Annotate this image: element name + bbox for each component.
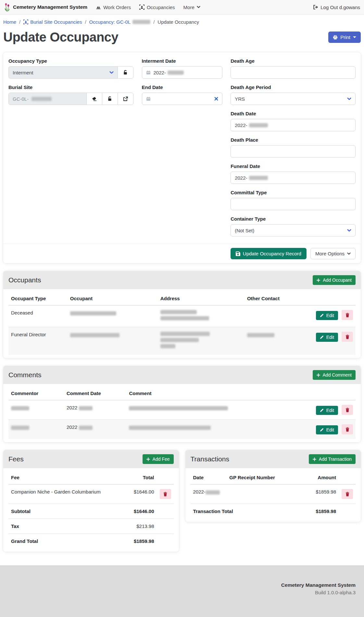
plus-icon [317,278,320,282]
fees-col-total: Total [125,471,157,484]
comments-title: Comments [8,371,42,379]
update-occupancy-record-label: Update Occupancy Record [243,251,301,256]
print-button[interactable]: Print [328,32,361,43]
death-age-input[interactable] [231,66,356,79]
empty-cell [339,504,356,519]
fee-actions-cell [157,484,174,504]
occupant-row: Funeral Director [8,327,356,355]
subtotal-label: Subtotal [8,504,125,519]
burial-site-open-button[interactable] [118,93,133,105]
transactions-table: Date GP Receipt Number Amount 2022- [191,471,356,519]
breadcrumb-burial-label: Burial Site Occupancies [30,19,82,25]
transaction-row: 2022- $1859.98 [191,484,356,504]
breadcrumb-current: Update Occupancy [157,19,199,25]
transaction-total-row: Transaction Total $1859.98 [191,504,356,519]
death-age-period-select[interactable]: YRS [231,93,356,105]
comment-text-cell [126,400,303,420]
fees-col-fee: Fee [8,471,125,484]
comments-col-actions [304,387,356,400]
app-brand[interactable]: Cemetery Management System [4,3,87,12]
nav-more[interactable]: More [183,5,200,10]
add-occupant-button[interactable]: Add Occupant [313,275,356,285]
chevron-down-icon [197,6,200,8]
more-options-label: More Options [315,251,345,256]
add-fee-button[interactable]: Add Fee [143,454,174,464]
trash-icon [345,408,349,412]
breadcrumb-separator: / [19,19,20,25]
occupants-col-type: Occupant Type [8,292,68,305]
delete-transaction-button[interactable] [342,489,353,499]
occupants-table: Occupant Type Occupant Address Other Con… [8,292,356,355]
redacted-text [129,406,228,410]
delete-comment-button[interactable] [342,424,353,434]
logout-link[interactable]: Log Out d.gowans [313,5,360,10]
breadcrumb-burial-site-occupancies[interactable]: Burial Site Occupancies [23,19,82,25]
fees-table: Fee Total Companion Niche - Garden Colum… [8,471,174,548]
death-age-period-label: Death Age Period [231,84,356,90]
transactions-body: Date GP Receipt Number Amount 2022- [185,468,361,522]
end-date-input[interactable] [142,93,222,105]
transaction-date-cell: 2022- [191,484,227,504]
burial-site-value: GC-0L- [13,96,29,102]
update-occupancy-record-button[interactable]: Update Occupancy Record [231,248,307,259]
burial-site-clear-button[interactable] [86,93,102,105]
fees-title: Fees [8,455,24,463]
trash-icon [345,313,349,317]
transaction-actions-cell [339,484,356,504]
redacted-text [206,490,220,495]
commentor-cell [8,400,64,420]
edit-comment-button[interactable]: Edit [316,406,338,415]
add-comment-label: Add Comment [323,372,352,378]
occupant-actions-cell: Edit [304,305,356,327]
delete-fee-button[interactable] [160,489,171,499]
funeral-date-input[interactable]: 2022- [231,172,356,184]
death-date-input[interactable]: 2022- [231,119,356,131]
nav-occupancies[interactable]: Occupancies [139,5,175,10]
fee-row: Companion Niche - Garden Columbarium $16… [8,484,174,504]
caret-down-icon [353,36,356,38]
pencil-icon [320,408,324,412]
edit-comment-button[interactable]: Edit [316,425,338,434]
edit-occupant-button[interactable]: Edit [316,311,338,320]
transaction-total-label: Transaction Total [191,504,293,519]
edit-comment-label: Edit [326,408,334,413]
delete-occupant-button[interactable] [342,332,353,342]
occupants-col-occupant: Occupant [68,292,158,305]
occupancy-type-value: Interment [13,70,107,75]
occupant-actions-cell: Edit [304,327,356,355]
redacted-text [160,316,209,320]
container-type-select[interactable]: (Not Set) [231,224,356,237]
occupancy-type-unlock-button[interactable] [118,66,133,79]
calendar-icon [146,70,151,75]
comments-col-comment: Comment [126,387,303,400]
delete-comment-button[interactable] [342,405,353,415]
interment-date-input[interactable]: 2022- [142,66,222,79]
death-place-input[interactable] [231,145,356,158]
occupancy-type-label: Occupancy Type [8,58,133,64]
transaction-date-prefix: 2022- [193,489,206,495]
delete-occupant-button[interactable] [342,310,353,320]
burial-site-unlock-button[interactable] [102,93,118,105]
breadcrumb-occupancy[interactable]: Occupancy: GC-0L [89,19,151,25]
add-transaction-button[interactable]: Add Transaction [309,454,356,464]
add-comment-button[interactable]: Add Comment [313,370,356,380]
chevron-down-icon [347,229,351,232]
clear-x-icon[interactable] [214,97,218,101]
redacted-text [79,406,93,410]
committal-type-input[interactable] [231,198,356,210]
container-type-label: Container Type [231,216,356,222]
calendar-icon [146,96,151,101]
comments-card: Comments Add Comment Commentor Comment D… [3,366,361,442]
edit-occupant-button[interactable]: Edit [316,333,338,342]
breadcrumb-home[interactable]: Home [3,19,16,25]
redacted-text [168,71,184,75]
transaction-amount-cell: $1859.98 [293,484,339,504]
occupancy-type-select[interactable]: Interment [8,66,118,79]
print-label: Print [340,34,350,40]
nav-occupancies-label: Occupancies [147,5,175,10]
more-options-button[interactable]: More Options [310,248,356,259]
nav-work-orders[interactable]: Work Orders [96,5,131,10]
field-funeral-date: Funeral Date 2022- [231,163,356,184]
occupant-other-contact-cell [245,327,304,355]
plus-icon [146,457,150,461]
